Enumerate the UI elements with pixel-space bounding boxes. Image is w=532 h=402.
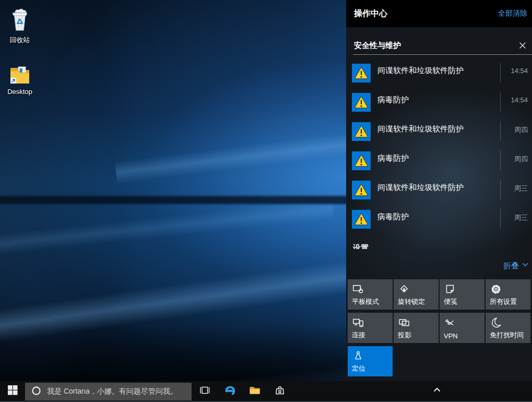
quick-action-label: 投影 bbox=[398, 330, 411, 340]
notification-time: 周四 bbox=[503, 155, 528, 164]
light-beam bbox=[0, 198, 334, 261]
section-divider bbox=[353, 54, 532, 55]
quick-action-tile-0[interactable]: 平板模式 bbox=[348, 279, 393, 310]
notification-divider bbox=[500, 180, 501, 199]
start-icon bbox=[6, 384, 19, 398]
clear-all-link[interactable]: 全部清除 bbox=[498, 9, 527, 18]
warning-icon bbox=[352, 151, 371, 170]
notification-item[interactable]: 间谍软件和垃圾软件防护周四 bbox=[346, 117, 532, 147]
screen: 回收站 Desktop 操作中心 全部清除 安全性与维护 bbox=[0, 0, 532, 402]
notification-item[interactable]: 病毒防护周四 bbox=[346, 147, 532, 176]
desktop-icon-recycle-bin[interactable]: 回收站 bbox=[0, 6, 40, 45]
desktop-icon-desktop-folder[interactable]: Desktop bbox=[0, 58, 40, 96]
quick-action-label: VPN bbox=[444, 332, 458, 340]
notification-time: 14:54 bbox=[503, 96, 528, 104]
quick-action-vpn[interactable]: VPN bbox=[440, 313, 484, 343]
quick-action-label: 平板模式 bbox=[352, 297, 379, 306]
task-view-button[interactable] bbox=[192, 381, 217, 401]
quick-action-label: 定位 bbox=[352, 364, 365, 373]
close-icon[interactable] bbox=[518, 41, 527, 50]
store-button[interactable] bbox=[267, 381, 292, 401]
notification-divider bbox=[500, 63, 501, 82]
desktop-icon-label: 回收站 bbox=[0, 36, 40, 45]
notification-list: 间谍软件和垃圾软件防护14:54病毒防护14:54间谍软件和垃圾软件防护周四病毒… bbox=[346, 59, 532, 234]
notification-group-header: 安全性与维护 bbox=[354, 39, 527, 52]
show-hidden-icons-button[interactable] bbox=[427, 381, 447, 401]
action-center-panel: 操作中心 全部清除 安全性与维护 间谍软件和垃圾软件防护14:54病毒防护14:… bbox=[346, 0, 532, 381]
file-explorer-icon bbox=[249, 384, 261, 398]
connect-icon bbox=[352, 316, 364, 329]
vpn-icon bbox=[444, 316, 456, 329]
quick-actions-grid: 平板模式旋转锁定便笺所有设置连接投影VPN免打扰时间定位 bbox=[348, 279, 530, 376]
notification-title: 病毒防护 bbox=[377, 95, 409, 105]
warning-icon bbox=[352, 210, 371, 229]
edge-browser-button[interactable] bbox=[217, 381, 242, 401]
clipped-section-title: 设置 bbox=[353, 243, 369, 249]
start-button[interactable] bbox=[0, 381, 25, 401]
warning-icon bbox=[352, 93, 371, 112]
notification-divider bbox=[500, 209, 501, 229]
notification-title: 间谍软件和垃圾软件防护 bbox=[377, 66, 464, 76]
warning-icon bbox=[352, 181, 371, 199]
tablet-mode-icon bbox=[352, 283, 364, 295]
store-icon bbox=[274, 384, 286, 398]
edge-icon bbox=[223, 383, 237, 399]
search-placeholder-text: 我是 Cortana，小娜。有问题尽管问我。 bbox=[47, 387, 178, 396]
note-icon bbox=[444, 283, 456, 295]
rotation-lock-icon bbox=[398, 283, 410, 295]
location-icon bbox=[352, 350, 364, 362]
collapse-label: 折叠 bbox=[503, 261, 519, 271]
quick-action-label: 便笺 bbox=[444, 297, 457, 306]
notification-title: 间谍软件和垃圾软件防护 bbox=[377, 124, 464, 134]
notification-title: 病毒防护 bbox=[377, 153, 409, 163]
settings-gear-icon bbox=[490, 283, 502, 295]
notification-group-title: 安全性与维护 bbox=[354, 41, 401, 51]
notification-divider bbox=[500, 121, 501, 141]
notification-time: 周四 bbox=[503, 125, 528, 135]
file-explorer-button[interactable] bbox=[242, 381, 267, 401]
project-icon bbox=[398, 316, 410, 329]
notification-time: 14:54 bbox=[503, 67, 528, 75]
quick-action-tile-3[interactable]: 所有设置 bbox=[486, 279, 530, 310]
task-view-icon bbox=[198, 384, 211, 398]
notification-time: 周三 bbox=[503, 213, 528, 222]
warning-icon bbox=[352, 122, 371, 141]
taskbar: 我是 Cortana，小娜。有问题尽管问我。 bbox=[0, 381, 532, 402]
quiet-hours-icon bbox=[490, 316, 502, 329]
quick-action-tile-4[interactable]: 连接 bbox=[348, 313, 393, 343]
notification-item[interactable]: 间谍软件和垃圾软件防护周三 bbox=[346, 176, 532, 205]
cortana-icon bbox=[31, 385, 42, 398]
notification-title: 病毒防护 bbox=[377, 212, 409, 222]
notification-item[interactable]: 病毒防护周三 bbox=[346, 205, 532, 234]
quick-action-label: 旋转锁定 bbox=[398, 297, 425, 306]
quick-action-tile-1[interactable]: 旋转锁定 bbox=[394, 279, 439, 310]
desktop-icon-label: Desktop bbox=[0, 88, 40, 96]
quick-action-tile-7[interactable]: 免打扰时间 bbox=[486, 313, 530, 343]
notification-divider bbox=[500, 150, 501, 170]
quick-action-label: 免打扰时间 bbox=[490, 330, 524, 340]
action-center-title: 操作中心 bbox=[354, 8, 387, 19]
warning-icon bbox=[352, 64, 371, 82]
recycle-bin-icon bbox=[0, 6, 40, 33]
notification-divider bbox=[500, 92, 501, 112]
action-center-header: 操作中心 全部清除 bbox=[346, 0, 532, 27]
notification-time: 周三 bbox=[503, 184, 528, 193]
quick-action-label: 所有设置 bbox=[490, 297, 517, 306]
quick-action-tile-8[interactable]: 定位 bbox=[348, 346, 393, 376]
chevron-up-icon bbox=[431, 384, 443, 398]
chevron-down-icon bbox=[522, 261, 529, 270]
desktop-folder-icon bbox=[0, 58, 40, 86]
notification-title: 间谍软件和垃圾软件防护 bbox=[377, 183, 464, 193]
quick-action-label: 连接 bbox=[352, 330, 365, 340]
notification-item[interactable]: 病毒防护14:54 bbox=[346, 88, 532, 117]
quick-action-tile-2[interactable]: 便笺 bbox=[440, 279, 484, 310]
collapse-link[interactable]: 折叠 bbox=[503, 260, 529, 271]
quick-action-tile-5[interactable]: 投影 bbox=[394, 313, 439, 343]
search-input[interactable]: 我是 Cortana，小娜。有问题尽管问我。 bbox=[25, 383, 192, 400]
notification-item[interactable]: 间谍软件和垃圾软件防护14:54 bbox=[346, 59, 532, 88]
